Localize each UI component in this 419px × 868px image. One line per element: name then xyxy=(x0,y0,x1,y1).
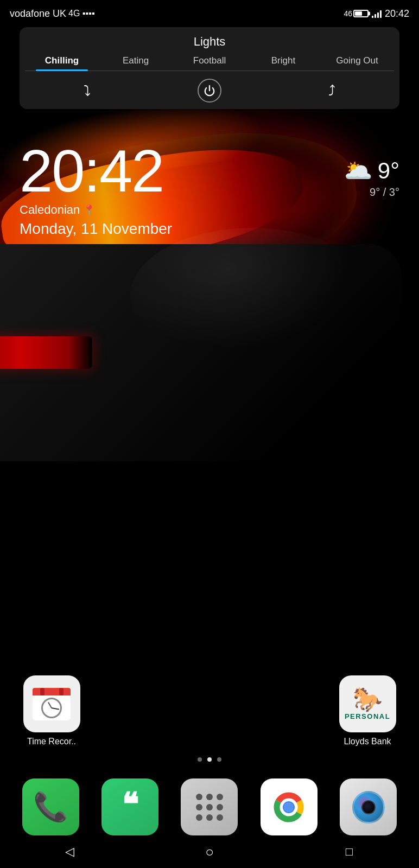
location-name: Caledonian xyxy=(20,203,80,217)
clock-time: 20:42 xyxy=(20,141,172,201)
power-icon xyxy=(204,85,215,97)
dock-camera-icon[interactable] xyxy=(340,778,397,835)
dock-phone-icon[interactable]: 📞 xyxy=(22,778,79,835)
page-dots xyxy=(16,757,403,762)
dot-1 xyxy=(196,794,202,800)
dot-4 xyxy=(196,804,202,810)
carrier-label: vodafone UK xyxy=(10,8,66,20)
dot-6 xyxy=(217,804,223,810)
lights-up-button[interactable]: ⤴ xyxy=(318,80,346,101)
clock-status: 20:42 xyxy=(385,8,409,20)
camera-lens xyxy=(352,791,385,824)
tab-football[interactable]: Football xyxy=(173,55,246,71)
calendar-body xyxy=(33,695,71,720)
weather-section: 🌥️ 9° 9° / 3° xyxy=(344,157,399,199)
lights-down-button[interactable]: ⤵ xyxy=(73,80,101,101)
lights-tabs: Chilling Eating Football Bright Going Ou… xyxy=(25,55,394,71)
dot-3 xyxy=(217,794,223,800)
battery-box xyxy=(353,10,369,17)
clock-location: Caledonian 📍 xyxy=(20,203,172,217)
signal-bars xyxy=(372,9,382,18)
app-lloyds[interactable]: 🐎 PERSONAL Lloyds Bank xyxy=(332,675,403,746)
status-right-icons: 46 20:42 xyxy=(344,8,409,20)
lights-power-button[interactable] xyxy=(198,79,221,103)
page-dot-2 xyxy=(207,757,212,762)
drawer-grid xyxy=(196,794,223,821)
cloudy-night-icon: 🌥️ xyxy=(344,158,372,183)
home-icon: ○ xyxy=(205,844,214,860)
chrome-svg xyxy=(272,791,305,824)
home-area: Time Recor.. 🐎 PERSONAL Lloyds Bank xyxy=(0,675,419,770)
dock-drawer-icon[interactable] xyxy=(181,778,238,835)
dot-5 xyxy=(206,804,213,810)
nav-back-button[interactable]: ◁ xyxy=(54,841,86,863)
lloyds-label: Lloyds Bank xyxy=(344,737,391,746)
time-recorder-icon[interactable] xyxy=(23,675,80,732)
battery-percent: 46 xyxy=(344,9,352,18)
weather-range: 9° / 3° xyxy=(370,186,399,199)
app-time-recorder[interactable]: Time Recor.. xyxy=(16,675,87,746)
tab-eating[interactable]: Eating xyxy=(99,55,173,71)
nav-recents-button[interactable]: □ xyxy=(333,841,365,863)
lights-controls: ⤵ ⤴ xyxy=(25,74,394,105)
network-type: 4G ▪▪▪▪ xyxy=(68,9,94,18)
battery-icon: 46 xyxy=(344,9,369,18)
page-dot-3 xyxy=(217,757,221,762)
battery-fill xyxy=(355,11,362,16)
dot-8 xyxy=(206,814,213,821)
time-recorder-label: Time Recor.. xyxy=(27,737,76,746)
back-icon: ◁ xyxy=(65,845,74,859)
status-bar: vodafone UK 4G ▪▪▪▪ 46 20:42 xyxy=(0,0,419,27)
page-dot-1 xyxy=(198,757,202,762)
calendar-ring-left xyxy=(40,688,45,695)
dot-7 xyxy=(196,814,202,821)
tab-bright[interactable]: Bright xyxy=(246,55,320,71)
dot-9 xyxy=(217,814,223,821)
svg-point-4 xyxy=(284,803,293,812)
phone-glyph: 📞 xyxy=(33,790,68,824)
quote-glyph: ❝ xyxy=(122,789,138,820)
dock-chrome-icon[interactable] xyxy=(261,778,318,835)
lloyds-personal-label: PERSONAL xyxy=(345,712,390,720)
calendar-ring-right xyxy=(59,688,64,695)
lights-widget: Lights Chilling Eating Football Bright G… xyxy=(20,27,399,109)
weather-top: 🌥️ 9° xyxy=(344,157,399,184)
lloyds-horse-icon: 🐎 xyxy=(353,687,383,711)
dot-2 xyxy=(206,794,213,800)
clock-hand-minute xyxy=(52,707,59,710)
location-pin-icon: 📍 xyxy=(83,204,95,216)
clock-date: Monday, 11 November xyxy=(20,220,172,238)
clock-section: 20:42 Caledonian 📍 Monday, 11 November xyxy=(20,141,172,238)
lloyds-icon[interactable]: 🐎 PERSONAL xyxy=(339,675,396,732)
time-recorder-inner xyxy=(23,675,80,732)
lights-title: Lights xyxy=(25,35,394,49)
dock: 📞 ❝ xyxy=(0,778,419,835)
nav-bar: ◁ ○ □ xyxy=(0,835,419,868)
lloyds-inner: 🐎 PERSONAL xyxy=(339,675,396,732)
dock-quotes-icon[interactable]: ❝ xyxy=(101,778,158,835)
calendar-top xyxy=(33,688,71,695)
tab-goingout[interactable]: Going Out xyxy=(320,55,394,71)
tab-chilling[interactable]: Chilling xyxy=(25,55,99,71)
weather-temp: 9° xyxy=(378,158,399,184)
app-row: Time Recor.. 🐎 PERSONAL Lloyds Bank xyxy=(16,675,403,746)
recents-icon: □ xyxy=(346,845,353,859)
quotes-inner: ❝ xyxy=(101,778,158,835)
nav-home-button[interactable]: ○ xyxy=(193,841,226,863)
clock-face xyxy=(41,698,62,718)
weather-icon: 🌥️ xyxy=(344,157,372,184)
